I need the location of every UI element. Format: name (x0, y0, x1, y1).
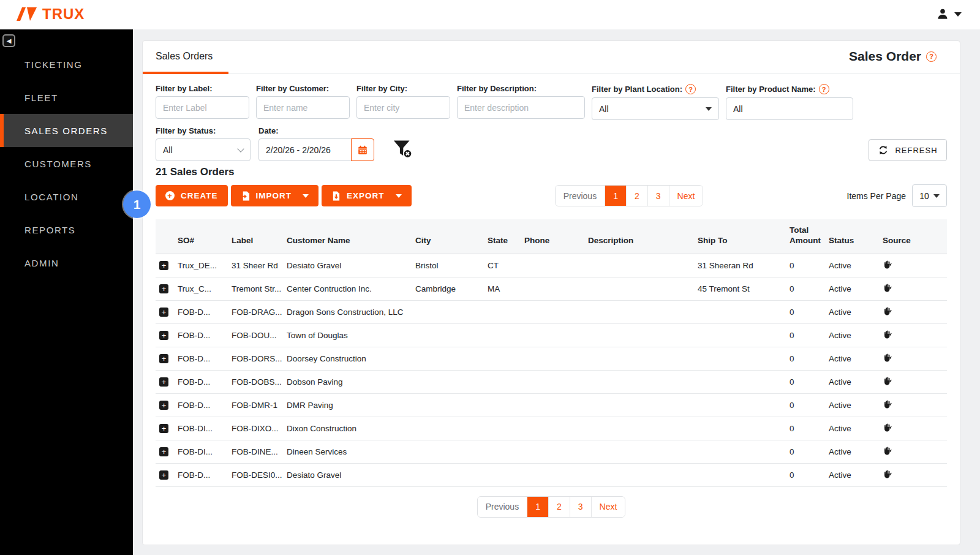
pagination-page-1[interactable]: 1 (605, 186, 626, 206)
expand-row-button[interactable]: + (159, 331, 168, 340)
filter-date-caption: Date: (258, 126, 374, 135)
sidebar-item-fleet[interactable]: FLEET (0, 81, 133, 114)
tab-sales-orders[interactable]: Sales Orders (143, 41, 228, 74)
filter-customer-caption: Filter by Customer: (256, 84, 350, 93)
cell-total-amount: 0 (786, 401, 825, 410)
pagination-next[interactable]: Next (591, 497, 625, 517)
manual-source-hand-icon (883, 260, 892, 270)
filter-customer-group: Filter by Customer: (256, 84, 350, 120)
cell-status: Active (825, 284, 879, 293)
pagination-page-2[interactable]: 2 (626, 186, 647, 206)
cell-customer-name: Town of Douglas (283, 331, 412, 340)
sidebar-item-admin[interactable]: ADMIN (0, 246, 133, 279)
help-icon[interactable]: ? (926, 51, 937, 62)
cell-customer-name: Dixon Construction (283, 424, 412, 433)
table-row[interactable]: + FOB-D... FOB-DORS... Doorsey Construct… (156, 347, 947, 371)
expand-row-button[interactable]: + (159, 401, 168, 410)
create-button[interactable]: + CREATE (156, 185, 228, 206)
filter-plant-location-select[interactable]: All (592, 97, 719, 120)
table-row[interactable]: + FOB-D... FOB-DOBS... Dobson Paving 0 A… (156, 371, 947, 394)
filter-description-input[interactable] (457, 96, 585, 119)
table-row[interactable]: + FOB-DI... FOB-DIXO... Dixon Constructi… (156, 417, 947, 440)
filter-product-name-input[interactable] (726, 97, 853, 120)
expand-row-button[interactable]: + (159, 354, 168, 363)
plant-location-help-icon[interactable]: ? (685, 84, 696, 94)
cell-so: FOB-D... (174, 354, 228, 363)
expand-row-button[interactable]: + (159, 261, 168, 270)
table-row[interactable]: + FOB-D... FOB-DOU... Town of Douglas 0 … (156, 324, 947, 347)
cell-status: Active (825, 331, 879, 340)
pagination-page-3[interactable]: 3 (570, 497, 591, 517)
filter-city-caption: Filter by City: (356, 84, 450, 93)
export-button[interactable]: EXPORT (322, 185, 412, 206)
cell-total-amount: 0 (786, 284, 825, 293)
cell-so: FOB-D... (174, 401, 228, 410)
expand-row-button[interactable]: + (159, 284, 168, 293)
cell-so: FOB-DI... (174, 424, 228, 433)
cell-label: FOB-DINE... (228, 447, 283, 456)
sidebar: ◀ TICKETING FLEET SALES ORDERS CUSTOMERS… (0, 29, 133, 555)
expand-row-button[interactable]: + (159, 377, 168, 387)
pagination-previous[interactable]: Previous (556, 186, 605, 206)
filter-status-group: Filter by Status: All (156, 126, 251, 161)
status-value: All (163, 145, 173, 155)
table-row[interactable]: + FOB-D... FOB-DMR-1 DMR Paving 0 Active (156, 394, 947, 417)
cell-customer-name: Doorsey Construction (283, 354, 412, 363)
expand-row-button[interactable]: + (159, 447, 168, 456)
calendar-button[interactable] (351, 138, 374, 161)
import-button[interactable]: IMPORT (231, 185, 319, 206)
filter-label-input[interactable] (156, 96, 249, 119)
cell-city: Cambridge (412, 284, 484, 293)
cell-source (879, 283, 947, 295)
top-pagination-zone: Previous 1 2 3 Next (412, 185, 847, 206)
page-title-text: Sales Order (849, 49, 921, 64)
sidebar-item-customers[interactable]: CUSTOMERS (0, 147, 133, 180)
pagination-page-2[interactable]: 2 (548, 497, 570, 517)
date-range-input[interactable]: 2/20/26 - 2/20/26 (258, 138, 352, 161)
cell-so: FOB-D... (174, 377, 228, 387)
cell-label: FOB-DESI0... (228, 470, 283, 480)
filter-city-input[interactable] (356, 96, 450, 119)
expand-row-button[interactable]: + (159, 424, 168, 433)
trux-logo[interactable]: TRUX (16, 6, 85, 23)
user-menu[interactable] (936, 7, 962, 21)
export-label: EXPORT (347, 191, 385, 200)
table-row[interactable]: + FOB-D... FOB-DRAG... Dragon Sons Const… (156, 301, 947, 324)
cell-state: CT (484, 261, 521, 270)
items-per-page-select[interactable]: 10 (912, 184, 947, 207)
sales-orders-card: Sales Orders Sales Order ? Filter by Lab… (142, 40, 960, 545)
pagination-page-3[interactable]: 3 (647, 186, 669, 206)
sidebar-item-location[interactable]: LOCATION (0, 180, 133, 213)
cell-total-amount: 0 (786, 470, 825, 480)
pagination-previous[interactable]: Previous (478, 497, 527, 517)
filter-status-select[interactable]: All (156, 138, 251, 161)
cell-label: FOB-DIXO... (228, 424, 283, 433)
table-row[interactable]: + Trux_DE... 31 Sheer Rd Desiato Gravel … (156, 254, 947, 278)
cell-state: MA (484, 284, 521, 293)
cell-label: Tremont Str... (228, 284, 283, 293)
table-row[interactable]: + Trux_C... Tremont Str... Center Contru… (156, 278, 947, 301)
expand-row-button[interactable]: + (159, 470, 168, 480)
expand-row-button[interactable]: + (159, 308, 168, 317)
filter-customer-input[interactable] (256, 96, 350, 119)
cell-source (879, 353, 947, 364)
table-row[interactable]: + FOB-DI... FOB-DINE... Dineen Services … (156, 440, 947, 464)
import-file-icon (241, 191, 250, 201)
trux-logo-icon (16, 7, 38, 21)
cell-label: FOB-DOBS... (228, 377, 283, 387)
pagination-next[interactable]: Next (669, 186, 703, 206)
col-status: Status (825, 223, 879, 250)
col-phone: Phone (521, 223, 584, 250)
cell-source (879, 330, 947, 341)
sidebar-item-reports[interactable]: REPORTS (0, 213, 133, 246)
sidebar-item-sales-orders[interactable]: SALES ORDERS (0, 114, 133, 147)
clear-filters-button[interactable] (392, 139, 413, 161)
cell-status: Active (825, 401, 879, 410)
sidebar-item-ticketing[interactable]: TICKETING (0, 48, 133, 81)
sidebar-collapse-button[interactable]: ◀ (2, 34, 15, 47)
filter-plant-location-caption: Filter by Plant Location: ? (592, 84, 719, 94)
pagination-page-1[interactable]: 1 (527, 497, 548, 517)
product-name-help-icon[interactable]: ? (819, 84, 829, 94)
table-row[interactable]: + FOB-D... FOB-DESI0... Desiato Gravel 0… (156, 464, 947, 487)
refresh-button[interactable]: REFRESH (869, 139, 947, 161)
